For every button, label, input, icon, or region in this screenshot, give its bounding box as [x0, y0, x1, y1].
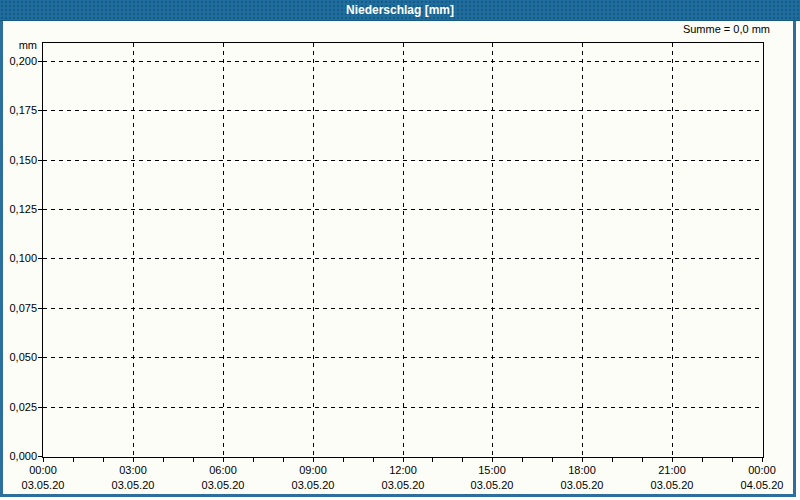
y-axis-tick-label: 0,175	[0, 104, 37, 117]
x-axis-tick	[552, 458, 553, 462]
x-axis-date-label: 03.05.20	[371, 479, 435, 492]
x-axis-tick	[223, 458, 224, 462]
y-axis-tick	[38, 407, 42, 408]
x-axis-tick	[283, 458, 284, 462]
x-axis-tick	[642, 458, 643, 462]
x-axis-time-label: 00:00	[730, 464, 794, 477]
x-axis-time-label: 15:00	[460, 464, 524, 477]
y-axis-unit-label: mm	[0, 39, 37, 52]
x-axis-tick	[193, 458, 194, 462]
x-axis-tick	[732, 458, 733, 462]
x-axis-tick	[522, 458, 523, 462]
x-axis-tick	[343, 458, 344, 462]
x-axis-tick	[103, 458, 104, 462]
x-axis-date-label: 03.05.20	[550, 479, 614, 492]
gridline-vertical	[223, 43, 224, 456]
x-axis-tick	[133, 458, 134, 462]
x-axis-tick	[762, 458, 763, 462]
y-axis-tick-label: 0,050	[0, 351, 37, 364]
x-axis-time-label: 03:00	[101, 464, 165, 477]
y-axis-tick-label: 0,200	[0, 55, 37, 68]
x-axis-time-label: 18:00	[550, 464, 614, 477]
gridline-vertical	[492, 43, 493, 456]
y-axis-tick	[38, 61, 42, 62]
x-axis-time-label: 12:00	[371, 464, 435, 477]
y-axis-tick	[38, 308, 42, 309]
frame-border-right	[793, 21, 796, 497]
y-axis-tick-label: 0,075	[0, 302, 37, 315]
y-axis-tick-label: 0,100	[0, 252, 37, 265]
x-axis-tick	[702, 458, 703, 462]
gridline-vertical	[403, 43, 404, 456]
x-axis-tick	[612, 458, 613, 462]
y-axis-tick	[38, 456, 42, 457]
x-axis-date-label: 03.05.20	[11, 479, 75, 492]
gridline-vertical	[313, 43, 314, 456]
y-axis-tick	[38, 209, 42, 210]
x-axis-date-label: 03.05.20	[640, 479, 704, 492]
x-axis-time-label: 06:00	[191, 464, 255, 477]
x-axis-date-label: 03.05.20	[460, 479, 524, 492]
x-axis-date-label: 03.05.20	[281, 479, 345, 492]
x-axis-tick	[672, 458, 673, 462]
y-axis-tick-label: 0,000	[0, 450, 37, 463]
x-axis-tick	[462, 458, 463, 462]
x-axis-tick	[313, 458, 314, 462]
frame-border-bottom	[0, 494, 796, 497]
x-axis-tick	[73, 458, 74, 462]
x-axis-time-label: 21:00	[640, 464, 704, 477]
sum-label: Summe = 0,0 mm	[683, 23, 770, 35]
chart-title: Niederschlag [mm]	[346, 3, 454, 17]
gridline-vertical	[133, 43, 134, 456]
y-axis-tick	[38, 110, 42, 111]
x-axis-tick	[373, 458, 374, 462]
x-axis-tick	[492, 458, 493, 462]
x-axis-date-label: 03.05.20	[191, 479, 255, 492]
x-axis-tick	[163, 458, 164, 462]
x-axis-tick	[43, 458, 44, 462]
gridline-vertical	[672, 43, 673, 456]
y-axis-tick	[38, 357, 42, 358]
chart-title-bar: Niederschlag [mm]	[0, 0, 800, 21]
x-axis-date-label: 04.05.20	[730, 479, 794, 492]
x-axis-time-label: 09:00	[281, 464, 345, 477]
y-axis-tick-label: 0,025	[0, 401, 37, 414]
gridline-vertical	[582, 43, 583, 456]
y-axis-tick	[38, 258, 42, 259]
y-axis-tick-label: 0,125	[0, 203, 37, 216]
y-axis-tick	[38, 160, 42, 161]
x-axis-tick	[582, 458, 583, 462]
y-axis-tick-label: 0,150	[0, 154, 37, 167]
x-axis-tick	[432, 458, 433, 462]
x-axis-time-label: 00:00	[11, 464, 75, 477]
chart-window: Niederschlag [mm] Summe = 0,0 mm 0,2000,…	[0, 0, 800, 500]
x-axis-tick	[253, 458, 254, 462]
x-axis-tick	[403, 458, 404, 462]
x-axis-date-label: 03.05.20	[101, 479, 165, 492]
